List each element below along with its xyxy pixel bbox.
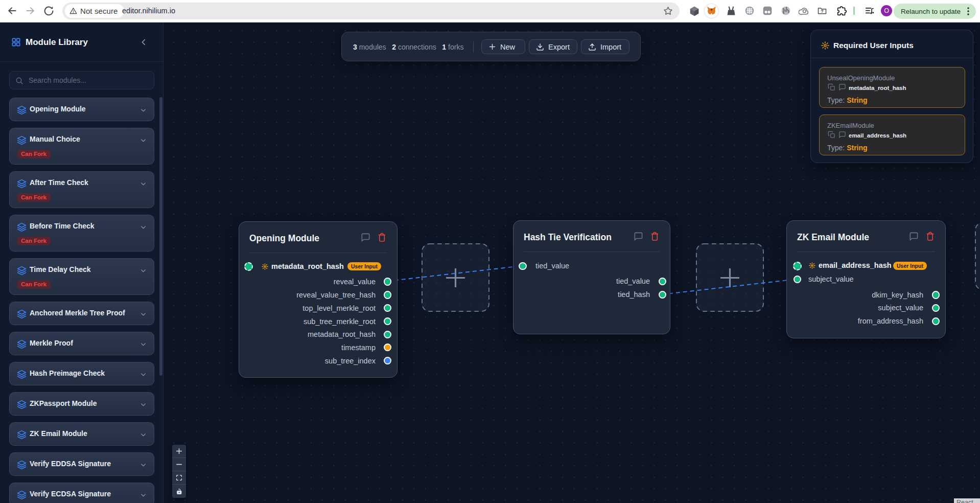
svg-text:?: ? xyxy=(821,9,824,14)
